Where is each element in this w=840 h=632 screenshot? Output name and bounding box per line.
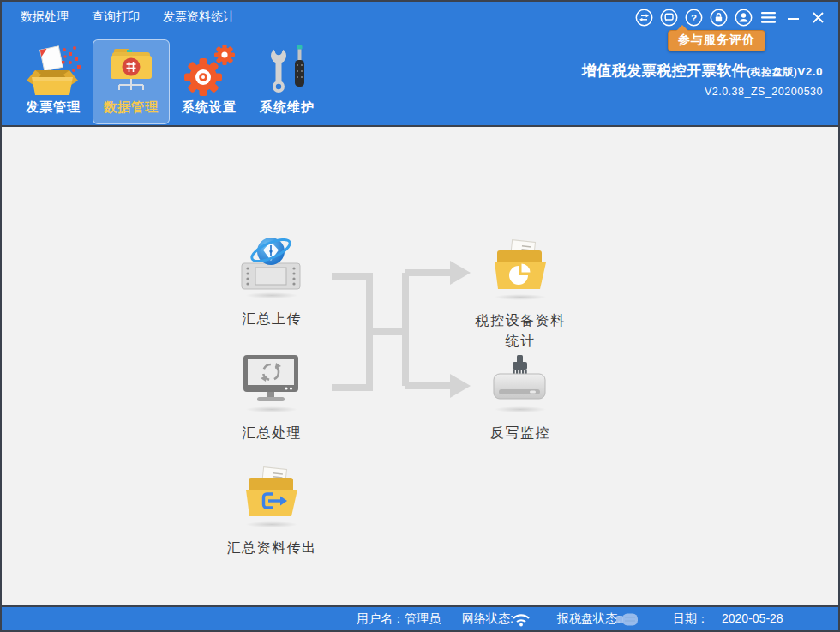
feature-summary-upload[interactable]: 汇总上传	[212, 237, 332, 329]
close-icon[interactable]	[809, 9, 827, 27]
invoice-box-icon	[15, 45, 91, 96]
app-title-build: V2.0.38_ZS_20200530	[582, 86, 823, 98]
wifi-icon	[511, 611, 531, 627]
toolbar-item-label: 数据管理	[93, 99, 169, 116]
app-title-edition: (税控盘版)	[747, 66, 797, 78]
node-label-line1: 税控设备资料	[453, 310, 587, 331]
globe-pen-device-icon	[212, 237, 332, 292]
lock-icon[interactable]	[710, 9, 728, 27]
user-value: 管理员	[405, 611, 441, 627]
toolbar-item-label: 系统维护	[249, 99, 325, 116]
app-title-main: 增值税发票税控开票软件	[582, 63, 747, 79]
folder-export-icon	[212, 466, 332, 521]
help-glyph: ?	[691, 13, 697, 23]
user-icon[interactable]	[735, 9, 753, 27]
feature-writeback-monitor[interactable]: 反写监控	[453, 352, 587, 443]
app-title-version: V2.0	[797, 65, 823, 78]
drive-brush-icon	[453, 352, 587, 406]
icon-shadow	[245, 521, 298, 527]
date-value: 2020-05-28	[722, 611, 783, 625]
data-folder-icon	[93, 45, 169, 96]
toolbar: 发票管理 数据管理	[15, 39, 327, 124]
switch-icon[interactable]	[635, 9, 653, 27]
taxdisk-label: 报税盘状态:	[557, 611, 621, 627]
feature-summary-export[interactable]: 汇总资料传出	[212, 466, 332, 558]
node-label: 汇总处理	[212, 423, 332, 443]
workspace: 汇总上传 汇总处理	[2, 127, 838, 605]
icon-shadow	[245, 406, 298, 412]
node-label: 税控设备资料 统计	[453, 310, 587, 352]
icon-shadow	[494, 294, 547, 300]
toolbar-system-maintenance[interactable]: 系统维护	[249, 39, 326, 124]
window-controls: ?	[635, 9, 827, 27]
minimize-icon[interactable]	[784, 9, 802, 27]
statusbar: 用户名： 管理员 网络状态: 报税盘状态: 日期： 2020-05-28	[2, 605, 838, 630]
feature-summary-process[interactable]: 汇总处理	[212, 352, 332, 443]
toolbar-invoice-management[interactable]: 发票管理	[15, 39, 92, 124]
user-label: 用户名：	[357, 611, 405, 627]
folder-piechart-icon	[453, 238, 587, 293]
app-window: 数据处理 查询打印 发票资料统计 ?	[0, 0, 840, 632]
tools-icon	[249, 45, 325, 96]
app-title: 增值税发票税控开票软件(税控盘版)V2.0 V2.0.38_ZS_2020053…	[582, 61, 823, 98]
icon-shadow	[245, 292, 298, 298]
feature-device-stats[interactable]: 税控设备资料 统计	[453, 238, 587, 352]
toolbar-item-label: 系统设置	[171, 99, 247, 116]
monitor-refresh-icon	[212, 352, 332, 406]
menu-data-processing[interactable]: 数据处理	[21, 9, 69, 25]
node-label: 汇总资料传出	[212, 538, 332, 558]
node-label: 反写监控	[453, 423, 587, 443]
help-icon[interactable]: ?	[685, 9, 703, 27]
menu-icon[interactable]	[759, 9, 777, 27]
node-label: 汇总上传	[212, 309, 332, 329]
service-review-tooltip[interactable]: 参与服务评价	[668, 30, 765, 51]
node-label-line2: 统计	[453, 331, 587, 352]
toolbar-data-management[interactable]: 数据管理	[93, 39, 170, 124]
gears-icon	[171, 45, 247, 96]
feedback-icon[interactable]	[660, 9, 678, 27]
menu-invoice-stats[interactable]: 发票资料统计	[163, 9, 235, 25]
header: 数据处理 查询打印 发票资料统计 ?	[2, 2, 838, 127]
menu-query-print[interactable]: 查询打印	[92, 9, 140, 25]
icon-shadow	[494, 406, 547, 412]
usb-drive-icon	[615, 612, 639, 627]
network-label: 网络状态:	[462, 611, 513, 627]
toolbar-system-settings[interactable]: 系统设置	[171, 39, 248, 124]
flow-arrows	[2, 127, 840, 605]
toolbar-item-label: 发票管理	[15, 99, 91, 116]
date-label: 日期：	[673, 611, 709, 627]
